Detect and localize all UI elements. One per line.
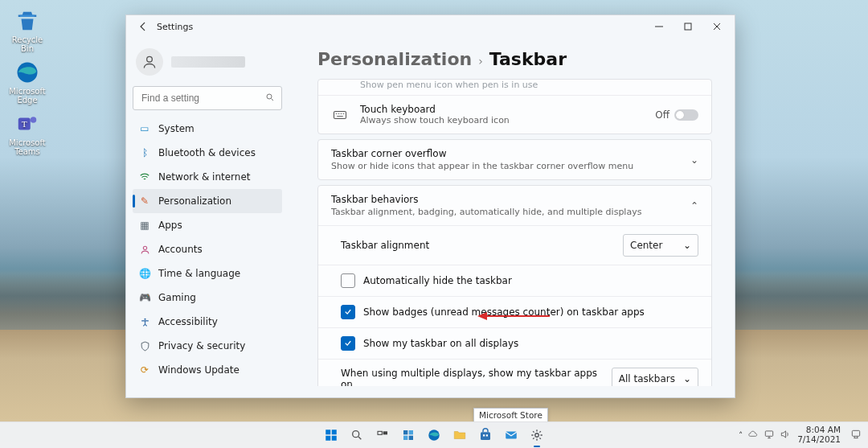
sidebar-item-label: Gaming [158, 292, 196, 303]
content-scroll[interactable]: Show pen menu icon when pen is in use To… [317, 77, 715, 386]
edge-button[interactable] [424, 425, 444, 446]
sidebar-item-privacy[interactable]: Privacy & security [133, 334, 282, 358]
store-button[interactable] [475, 425, 496, 446]
tray-overflow-button[interactable]: ˄ [739, 430, 743, 440]
expander-overflow[interactable]: Taskbar corner overflow Show or hide ico… [318, 140, 711, 179]
svg-rect-27 [481, 432, 490, 440]
svg-point-8 [144, 318, 145, 319]
start-button[interactable] [321, 425, 342, 446]
sidebar-item-windows-update[interactable]: ⟳Windows Update [133, 358, 282, 382]
row-taskbar-alignment: Taskbar alignment Center ⌄ [318, 225, 711, 265]
multi-display-select[interactable]: All taskbars ⌄ [612, 368, 698, 386]
close-button[interactable] [702, 15, 731, 38]
alignment-select[interactable]: Center ⌄ [623, 234, 698, 257]
badges-checkbox[interactable] [341, 305, 355, 319]
search-button[interactable] [346, 425, 367, 446]
sidebar-item-label: Accessibility [158, 316, 218, 327]
notifications-button[interactable] [847, 429, 862, 442]
mail-button[interactable] [501, 425, 522, 446]
sidebar-item-label: Time & language [158, 268, 240, 279]
accessibility-icon [139, 316, 150, 327]
expander-behaviors[interactable]: Taskbar behaviors Taskbar alignment, bad… [318, 186, 711, 225]
svg-rect-32 [765, 431, 772, 436]
desktop-icons: Recycle Bin Microsoft Edge T Microsoft T… [3, 6, 51, 158]
sidebar-item-personalization[interactable]: ✎Personalization [133, 189, 282, 213]
widgets-button[interactable] [398, 425, 419, 446]
sidebar-item-accessibility[interactable]: Accessibility [133, 310, 282, 334]
settings-taskbar-button[interactable] [526, 425, 547, 446]
desktop-icon-microsoft-teams[interactable]: T Microsoft Teams [3, 109, 51, 158]
svg-text:T: T [22, 119, 27, 129]
svg-point-3 [31, 117, 37, 123]
sidebar-item-apps[interactable]: ▦Apps [133, 213, 282, 237]
row-sub: Always show touch keyboard icon [360, 115, 644, 125]
account-info[interactable] [133, 44, 282, 80]
minimize-button[interactable] [645, 15, 674, 38]
svg-rect-23 [409, 430, 413, 434]
svg-rect-30 [506, 432, 517, 439]
chevron-down-icon: ⌄ [683, 240, 691, 251]
expander-title: Taskbar behaviors [331, 194, 690, 205]
svg-point-7 [143, 246, 146, 249]
network-tray-icon[interactable] [764, 429, 775, 442]
sidebar-item-system[interactable]: ▭System [133, 117, 282, 141]
chevron-down-icon: ⌄ [683, 373, 691, 384]
toggle-switch-icon [674, 109, 698, 121]
row-touch-keyboard: Touch keyboard Always show touch keyboar… [318, 95, 711, 134]
wifi-icon [139, 171, 150, 183]
svg-rect-28 [483, 434, 485, 436]
svg-point-31 [535, 434, 539, 438]
volume-tray-icon[interactable] [780, 429, 791, 442]
svg-rect-15 [326, 430, 330, 434]
task-view-button[interactable] [372, 425, 393, 446]
keyboard-icon [331, 108, 349, 122]
file-explorer-button[interactable] [449, 425, 470, 446]
sidebar-item-gaming[interactable]: 🎮Gaming [133, 286, 282, 310]
search-input[interactable] [140, 92, 265, 105]
sidebar-item-bluetooth[interactable]: ᛒBluetooth & devices [133, 141, 282, 165]
svg-point-6 [267, 94, 272, 99]
settings-window: Settings ▭S [125, 14, 735, 398]
toggle-state: Off [655, 109, 669, 121]
svg-rect-22 [403, 430, 407, 434]
svg-rect-16 [332, 430, 337, 434]
maximize-button[interactable] [674, 15, 702, 38]
clock[interactable]: 8:04 AM 7/14/2021 [797, 425, 841, 444]
svg-rect-33 [852, 430, 859, 436]
sidebar-item-label: Windows Update [158, 364, 240, 376]
card-behaviors: Taskbar behaviors Taskbar alignment, bad… [317, 185, 712, 386]
shield-icon [139, 340, 150, 351]
row-badges: Show badges (unread messages counter) on… [318, 296, 711, 327]
auto-hide-checkbox[interactable] [341, 273, 355, 288]
sidebar-item-accounts[interactable]: Accounts [133, 237, 282, 261]
chevron-down-icon: ⌄ [690, 154, 698, 166]
page-title: Taskbar [489, 49, 567, 69]
svg-rect-9 [334, 111, 346, 118]
svg-rect-24 [403, 436, 407, 440]
multi-label: When using multiple displays, show my ta… [341, 368, 604, 386]
svg-rect-21 [383, 431, 387, 434]
sidebar-item-network[interactable]: Network & internet [133, 165, 282, 189]
display-icon: ▭ [139, 123, 150, 134]
desktop-icon-recycle-bin[interactable]: Recycle Bin [3, 6, 51, 55]
sidebar-item-time-language[interactable]: 🌐Time & language [133, 261, 282, 286]
taskbar-center [321, 425, 547, 446]
auto-hide-label: Automatically hide the taskbar [363, 275, 698, 286]
desktop: Recycle Bin Microsoft Edge T Microsoft T… [0, 0, 868, 448]
search-box[interactable] [133, 86, 282, 110]
titlebar: Settings [126, 15, 735, 38]
breadcrumb: Personalization › Taskbar [317, 49, 715, 69]
touch-keyboard-toggle[interactable]: Off [655, 109, 698, 121]
back-button[interactable] [134, 18, 152, 35]
nav: ▭System ᛒBluetooth & devices Network & i… [133, 117, 282, 382]
onedrive-icon[interactable] [747, 429, 759, 442]
select-value: Center [630, 240, 662, 251]
breadcrumb-root[interactable]: Personalization [317, 49, 472, 69]
bluetooth-icon: ᛒ [139, 147, 150, 158]
all-displays-checkbox[interactable] [341, 336, 355, 351]
cut-subtext: Show pen menu icon when pen is in use [360, 80, 698, 90]
sidebar-item-label: Bluetooth & devices [158, 147, 256, 158]
taskbar: ˄ 8:04 AM 7/14/2021 [0, 421, 868, 448]
desktop-icon-microsoft-edge[interactable]: Microsoft Edge [3, 58, 51, 106]
sidebar: ▭System ᛒBluetooth & devices Network & i… [126, 38, 287, 393]
